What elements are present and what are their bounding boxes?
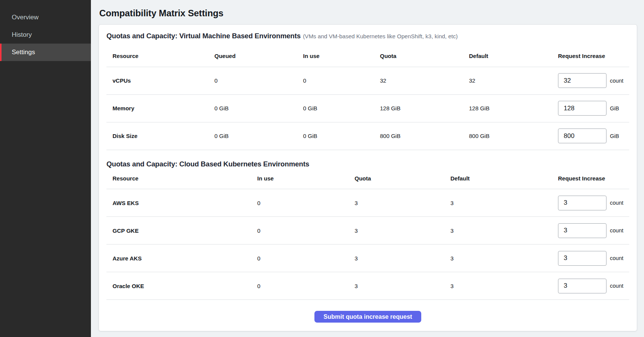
disk-size-quota-value: 800 GiB	[374, 122, 463, 150]
table-row-oracle-oke: Oracle OKE 0 3 3 count	[106, 272, 629, 300]
vm-section-subtitle: (VMs and VM-based Kubernetes like OpenSh…	[303, 33, 458, 39]
vcpus-request-group: count	[558, 73, 629, 88]
aws-eks-in-use-value: 0	[251, 189, 349, 217]
table-row-gcp-gke: GCP GKE 0 3 3 count	[106, 217, 629, 245]
aws-eks-quota-value: 3	[349, 189, 444, 217]
aws-eks-request-unit: count	[610, 200, 623, 206]
aws-eks-default-value: 3	[444, 189, 552, 217]
vm-section-title: Quotas and Capacity: Virtual Machine Bas…	[106, 25, 629, 41]
oracle-oke-request-input[interactable]	[558, 279, 606, 293]
sidebar-item-settings[interactable]: Settings	[0, 44, 91, 61]
memory-queued-value: 0 GiB	[208, 94, 297, 122]
gcp-gke-request-input[interactable]	[558, 223, 606, 238]
azure-aks-request-group: count	[558, 251, 629, 266]
vcpus-request-input[interactable]	[558, 73, 606, 88]
aws-eks-request-group: count	[558, 196, 629, 210]
page-title: Compatibility Matrix Settings	[99, 8, 637, 19]
disk-size-request-group: GiB	[558, 129, 629, 143]
vm-col-default: Default	[463, 45, 552, 67]
vcpus-quota-value: 32	[374, 67, 463, 94]
azure-aks-default-value: 3	[444, 245, 552, 272]
gcp-gke-request-cell: count	[552, 217, 629, 245]
azure-aks-in-use-value: 0	[251, 245, 349, 272]
table-row-aws-eks: AWS EKS 0 3 3 count	[106, 189, 629, 217]
k8s-quota-table: Resource In use Quota Default Request In…	[106, 168, 629, 300]
gcp-gke-in-use-value: 0	[251, 217, 349, 245]
memory-default-value: 128 GiB	[463, 94, 552, 122]
oracle-oke-request-unit: count	[610, 283, 623, 289]
vm-col-request-increase: Request Increase	[552, 45, 629, 67]
memory-quota-value: 128 GiB	[374, 94, 463, 122]
k8s-section-title: Quotas and Capacity: Cloud Based Kuberne…	[106, 150, 629, 169]
table-row-memory: Memory 0 GiB 0 GiB 128 GiB 128 GiB GiB	[106, 94, 629, 122]
vm-col-quota: Quota	[374, 45, 463, 67]
k8s-col-request-increase: Request Increase	[552, 168, 629, 189]
aws-eks-request-cell: count	[552, 189, 629, 217]
main-content: Compatibility Matrix Settings Quotas and…	[91, 0, 644, 337]
gcp-gke-quota-value: 3	[349, 217, 444, 245]
azure-aks-request-input[interactable]	[558, 251, 606, 266]
disk-size-in-use-value: 0 GiB	[297, 122, 374, 150]
oracle-oke-request-group: count	[558, 279, 629, 293]
sidebar-item-history[interactable]: History	[0, 26, 91, 44]
memory-request-unit: GiB	[610, 105, 619, 111]
submit-row: Submit quota increase request	[106, 311, 629, 323]
vm-section-title-text: Quotas and Capacity: Virtual Machine Bas…	[106, 32, 301, 40]
oracle-oke-default-value: 3	[444, 272, 552, 300]
table-row-disk-size: Disk Size 0 GiB 0 GiB 800 GiB 800 GiB Gi…	[106, 122, 629, 150]
disk-size-queued-value: 0 GiB	[208, 122, 297, 150]
memory-request-cell: GiB	[552, 94, 629, 122]
oracle-oke-quota-value: 3	[349, 272, 444, 300]
sidebar-nav: Overview History Settings	[0, 9, 91, 61]
azure-aks-resource-label: Azure AKS	[106, 245, 251, 272]
memory-in-use-value: 0 GiB	[297, 94, 374, 122]
vm-col-queued: Queued	[208, 45, 297, 67]
disk-size-resource-label: Disk Size	[106, 122, 208, 150]
azure-aks-request-unit: count	[610, 255, 623, 261]
memory-request-group: GiB	[558, 101, 629, 116]
vcpus-resource-label: vCPUs	[106, 67, 208, 94]
disk-size-default-value: 800 GiB	[463, 122, 552, 150]
sidebar: Overview History Settings	[0, 0, 91, 337]
vcpus-queued-value: 0	[208, 67, 297, 94]
disk-size-request-unit: GiB	[610, 133, 619, 139]
gcp-gke-request-group: count	[558, 223, 629, 238]
app-window: Overview History Settings Compatibility …	[0, 0, 644, 337]
vm-col-in-use: In use	[297, 45, 374, 67]
k8s-table-header-row: Resource In use Quota Default Request In…	[106, 168, 629, 189]
aws-eks-request-input[interactable]	[558, 196, 606, 210]
vm-col-resource: Resource	[106, 45, 208, 67]
disk-size-request-input[interactable]	[558, 129, 606, 143]
k8s-col-in-use: In use	[251, 168, 349, 189]
k8s-col-resource: Resource	[106, 168, 251, 189]
gcp-gke-resource-label: GCP GKE	[106, 217, 251, 245]
oracle-oke-in-use-value: 0	[251, 272, 349, 300]
oracle-oke-resource-label: Oracle OKE	[106, 272, 251, 300]
vcpus-in-use-value: 0	[297, 67, 374, 94]
vm-quota-table: Resource Queued In use Quota Default Req…	[106, 45, 629, 150]
aws-eks-resource-label: AWS EKS	[106, 189, 251, 217]
vm-table-header-row: Resource Queued In use Quota Default Req…	[106, 45, 629, 67]
gcp-gke-request-unit: count	[610, 227, 623, 234]
k8s-col-quota: Quota	[349, 168, 444, 189]
table-row-vcpus: vCPUs 0 0 32 32 count	[106, 67, 629, 94]
table-row-azure-aks: Azure AKS 0 3 3 count	[106, 245, 629, 272]
vcpus-request-cell: count	[552, 67, 629, 94]
memory-resource-label: Memory	[106, 94, 208, 122]
disk-size-request-cell: GiB	[552, 122, 629, 150]
settings-card: Quotas and Capacity: Virtual Machine Bas…	[98, 24, 637, 331]
azure-aks-request-cell: count	[552, 245, 629, 272]
vcpus-request-unit: count	[610, 78, 623, 84]
sidebar-item-overview[interactable]: Overview	[0, 9, 91, 26]
k8s-col-default: Default	[444, 168, 552, 189]
vcpus-default-value: 32	[463, 67, 552, 94]
azure-aks-quota-value: 3	[349, 245, 444, 272]
gcp-gke-default-value: 3	[444, 217, 552, 245]
submit-quota-increase-button[interactable]: Submit quota increase request	[314, 311, 421, 323]
oracle-oke-request-cell: count	[552, 272, 629, 300]
memory-request-input[interactable]	[558, 101, 606, 116]
